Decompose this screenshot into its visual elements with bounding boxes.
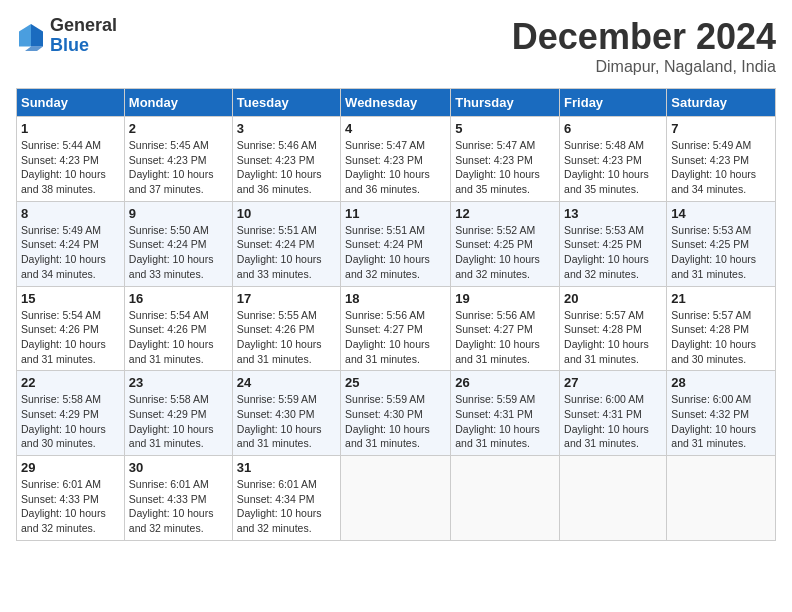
day-info: Sunrise: 5:55 AM Sunset: 4:26 PM Dayligh…: [237, 308, 336, 367]
day-info: Sunrise: 5:59 AM Sunset: 4:30 PM Dayligh…: [237, 392, 336, 451]
day-number: 13: [564, 206, 662, 221]
calendar-cell: 18 Sunrise: 5:56 AM Sunset: 4:27 PM Dayl…: [341, 286, 451, 371]
day-info: Sunrise: 5:51 AM Sunset: 4:24 PM Dayligh…: [345, 223, 446, 282]
calendar-cell: 27 Sunrise: 6:00 AM Sunset: 4:31 PM Dayl…: [560, 371, 667, 456]
day-info: Sunrise: 6:01 AM Sunset: 4:34 PM Dayligh…: [237, 477, 336, 536]
day-info: Sunrise: 5:56 AM Sunset: 4:27 PM Dayligh…: [345, 308, 446, 367]
day-info: Sunrise: 5:54 AM Sunset: 4:26 PM Dayligh…: [129, 308, 228, 367]
day-info: Sunrise: 5:53 AM Sunset: 4:25 PM Dayligh…: [564, 223, 662, 282]
calendar-cell: 15 Sunrise: 5:54 AM Sunset: 4:26 PM Dayl…: [17, 286, 125, 371]
day-number: 2: [129, 121, 228, 136]
day-header-wednesday: Wednesday: [341, 89, 451, 117]
calendar-cell: 26 Sunrise: 5:59 AM Sunset: 4:31 PM Dayl…: [451, 371, 560, 456]
day-header-thursday: Thursday: [451, 89, 560, 117]
svg-marker-0: [31, 24, 43, 47]
calendar-cell: 22 Sunrise: 5:58 AM Sunset: 4:29 PM Dayl…: [17, 371, 125, 456]
calendar-cell: 11 Sunrise: 5:51 AM Sunset: 4:24 PM Dayl…: [341, 201, 451, 286]
calendar-cell: 8 Sunrise: 5:49 AM Sunset: 4:24 PM Dayli…: [17, 201, 125, 286]
calendar-cell: 21 Sunrise: 5:57 AM Sunset: 4:28 PM Dayl…: [667, 286, 776, 371]
day-number: 28: [671, 375, 771, 390]
calendar-week-row: 8 Sunrise: 5:49 AM Sunset: 4:24 PM Dayli…: [17, 201, 776, 286]
day-info: Sunrise: 5:45 AM Sunset: 4:23 PM Dayligh…: [129, 138, 228, 197]
day-info: Sunrise: 5:44 AM Sunset: 4:23 PM Dayligh…: [21, 138, 120, 197]
calendar-cell: 9 Sunrise: 5:50 AM Sunset: 4:24 PM Dayli…: [124, 201, 232, 286]
calendar-cell: [341, 456, 451, 541]
day-number: 22: [21, 375, 120, 390]
day-number: 29: [21, 460, 120, 475]
day-number: 25: [345, 375, 446, 390]
calendar-cell: 28 Sunrise: 6:00 AM Sunset: 4:32 PM Dayl…: [667, 371, 776, 456]
calendar-cell: 6 Sunrise: 5:48 AM Sunset: 4:23 PM Dayli…: [560, 117, 667, 202]
calendar-cell: 3 Sunrise: 5:46 AM Sunset: 4:23 PM Dayli…: [232, 117, 340, 202]
calendar-cell: [667, 456, 776, 541]
day-info: Sunrise: 5:59 AM Sunset: 4:31 PM Dayligh…: [455, 392, 555, 451]
month-title: December 2024: [512, 16, 776, 58]
calendar-cell: 10 Sunrise: 5:51 AM Sunset: 4:24 PM Dayl…: [232, 201, 340, 286]
day-header-tuesday: Tuesday: [232, 89, 340, 117]
day-number: 9: [129, 206, 228, 221]
logo-text: General Blue: [50, 16, 117, 56]
day-number: 4: [345, 121, 446, 136]
day-number: 6: [564, 121, 662, 136]
day-number: 10: [237, 206, 336, 221]
day-info: Sunrise: 5:57 AM Sunset: 4:28 PM Dayligh…: [671, 308, 771, 367]
calendar-cell: 24 Sunrise: 5:59 AM Sunset: 4:30 PM Dayl…: [232, 371, 340, 456]
day-number: 24: [237, 375, 336, 390]
day-info: Sunrise: 5:49 AM Sunset: 4:24 PM Dayligh…: [21, 223, 120, 282]
calendar-cell: [560, 456, 667, 541]
day-header-monday: Monday: [124, 89, 232, 117]
calendar-cell: 14 Sunrise: 5:53 AM Sunset: 4:25 PM Dayl…: [667, 201, 776, 286]
calendar-cell: 31 Sunrise: 6:01 AM Sunset: 4:34 PM Dayl…: [232, 456, 340, 541]
day-info: Sunrise: 5:49 AM Sunset: 4:23 PM Dayligh…: [671, 138, 771, 197]
day-number: 19: [455, 291, 555, 306]
day-info: Sunrise: 5:59 AM Sunset: 4:30 PM Dayligh…: [345, 392, 446, 451]
day-info: Sunrise: 6:00 AM Sunset: 4:31 PM Dayligh…: [564, 392, 662, 451]
calendar-cell: 19 Sunrise: 5:56 AM Sunset: 4:27 PM Dayl…: [451, 286, 560, 371]
calendar-cell: 25 Sunrise: 5:59 AM Sunset: 4:30 PM Dayl…: [341, 371, 451, 456]
calendar-cell: 16 Sunrise: 5:54 AM Sunset: 4:26 PM Dayl…: [124, 286, 232, 371]
calendar-cell: 5 Sunrise: 5:47 AM Sunset: 4:23 PM Dayli…: [451, 117, 560, 202]
logo-icon: [16, 21, 46, 51]
day-info: Sunrise: 5:56 AM Sunset: 4:27 PM Dayligh…: [455, 308, 555, 367]
logo-general: General: [50, 16, 117, 36]
calendar-cell: 13 Sunrise: 5:53 AM Sunset: 4:25 PM Dayl…: [560, 201, 667, 286]
day-number: 23: [129, 375, 228, 390]
day-info: Sunrise: 6:01 AM Sunset: 4:33 PM Dayligh…: [129, 477, 228, 536]
logo: General Blue: [16, 16, 117, 56]
day-info: Sunrise: 5:48 AM Sunset: 4:23 PM Dayligh…: [564, 138, 662, 197]
day-info: Sunrise: 5:50 AM Sunset: 4:24 PM Dayligh…: [129, 223, 228, 282]
calendar-cell: 20 Sunrise: 5:57 AM Sunset: 4:28 PM Dayl…: [560, 286, 667, 371]
day-info: Sunrise: 6:00 AM Sunset: 4:32 PM Dayligh…: [671, 392, 771, 451]
location-title: Dimapur, Nagaland, India: [512, 58, 776, 76]
day-info: Sunrise: 5:47 AM Sunset: 4:23 PM Dayligh…: [345, 138, 446, 197]
day-number: 5: [455, 121, 555, 136]
calendar-cell: 30 Sunrise: 6:01 AM Sunset: 4:33 PM Dayl…: [124, 456, 232, 541]
calendar-cell: 17 Sunrise: 5:55 AM Sunset: 4:26 PM Dayl…: [232, 286, 340, 371]
day-number: 11: [345, 206, 446, 221]
day-number: 16: [129, 291, 228, 306]
svg-marker-2: [25, 46, 43, 51]
logo-blue: Blue: [50, 36, 117, 56]
day-number: 20: [564, 291, 662, 306]
calendar-cell: 2 Sunrise: 5:45 AM Sunset: 4:23 PM Dayli…: [124, 117, 232, 202]
calendar-week-row: 29 Sunrise: 6:01 AM Sunset: 4:33 PM Dayl…: [17, 456, 776, 541]
day-number: 7: [671, 121, 771, 136]
day-number: 8: [21, 206, 120, 221]
calendar-week-row: 22 Sunrise: 5:58 AM Sunset: 4:29 PM Dayl…: [17, 371, 776, 456]
calendar-cell: 29 Sunrise: 6:01 AM Sunset: 4:33 PM Dayl…: [17, 456, 125, 541]
day-number: 15: [21, 291, 120, 306]
day-number: 31: [237, 460, 336, 475]
calendar-cell: 7 Sunrise: 5:49 AM Sunset: 4:23 PM Dayli…: [667, 117, 776, 202]
day-header-sunday: Sunday: [17, 89, 125, 117]
day-number: 14: [671, 206, 771, 221]
day-info: Sunrise: 5:46 AM Sunset: 4:23 PM Dayligh…: [237, 138, 336, 197]
calendar-week-row: 1 Sunrise: 5:44 AM Sunset: 4:23 PM Dayli…: [17, 117, 776, 202]
calendar-cell: 4 Sunrise: 5:47 AM Sunset: 4:23 PM Dayli…: [341, 117, 451, 202]
day-info: Sunrise: 5:58 AM Sunset: 4:29 PM Dayligh…: [21, 392, 120, 451]
calendar-cell: 12 Sunrise: 5:52 AM Sunset: 4:25 PM Dayl…: [451, 201, 560, 286]
day-info: Sunrise: 5:51 AM Sunset: 4:24 PM Dayligh…: [237, 223, 336, 282]
day-header-friday: Friday: [560, 89, 667, 117]
title-block: December 2024 Dimapur, Nagaland, India: [512, 16, 776, 76]
calendar-cell: 23 Sunrise: 5:58 AM Sunset: 4:29 PM Dayl…: [124, 371, 232, 456]
day-info: Sunrise: 5:58 AM Sunset: 4:29 PM Dayligh…: [129, 392, 228, 451]
